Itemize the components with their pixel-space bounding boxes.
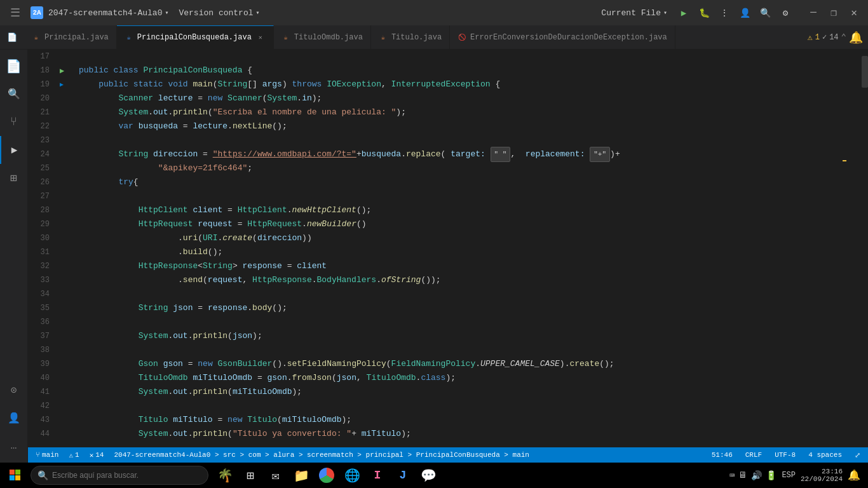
explorer-toggle-icon[interactable]: 📄 [0,25,24,49]
breadcrumb-status[interactable]: 2047-screenmatch4-Aula0 > src > com > al… [111,451,532,459]
expand-status-icon[interactable]: ⤢ [852,451,863,459]
taskbar-clock[interactable]: 23:16 22/09/2024 [801,468,843,483]
run-icon[interactable]: ▶ [677,6,690,19]
debug-run-icon[interactable]: 🐛 [698,6,710,19]
gutter: ▶ ▶ [60,50,74,447]
minimize-button[interactable]: ─ [804,4,822,22]
warning-status[interactable]: ⚠ 1 [66,451,81,459]
taskbar-edge-icon[interactable]: 🌐 [341,464,363,487]
tab-errorConversion[interactable]: 🚫 ErrorEnConversionDeDuracionDeException… [450,25,675,49]
taskbar-chrome-icon[interactable] [315,464,338,487]
gutter-32 [60,259,74,273]
line-num-19: 19 [33,78,50,92]
search-title-icon[interactable]: 🔍 [759,6,771,19]
network-icon[interactable]: 🖥 [738,470,747,480]
code-lines: public class PrincipalConBusqueda { publ… [74,50,859,447]
keyboard-icon[interactable]: ⌨ [729,470,735,481]
gutter-20 [60,92,74,105]
encoding[interactable]: UTF-8 [772,451,798,459]
close-button[interactable]: ✕ [845,4,863,22]
line-num-39: 39 [33,357,50,371]
scrollbar-area[interactable] [859,50,868,447]
debug-icon-19[interactable]: ▶ [60,81,64,88]
tab-icon-principal: ☕ [32,33,41,42]
tab-principalconbusqueda[interactable]: ☕ PrincipalConBusqueda.java ✕ [117,25,274,49]
more-options-icon[interactable]: ⋮ [718,6,731,19]
indentation[interactable]: 4 spaces [806,451,844,459]
language-indicator[interactable]: ESP [782,471,796,480]
taskbar-view-icon[interactable]: ⊞ [239,464,262,487]
notifications-icon[interactable]: 🔔 [849,30,863,44]
taskbar-right: ⌨ 🖥 🔊 🔋 ESP 23:16 22/09/2024 🔔 [729,468,865,483]
tab-titulo[interactable]: ☕ Titulo.java [371,25,450,49]
code-line-28: HttpClient client = HttpClient.newHttpCl… [79,203,821,217]
expand-icon[interactable]: ⌃ [841,32,846,43]
svg-rect-2 [10,475,15,480]
status-bar: ⑂ main ⚠ 1 ✕ 14 2047-screenmatch4-Aula0 … [28,447,868,463]
warning-count: 1 [815,33,820,42]
line-num-42: 42 [33,399,50,413]
line-ending[interactable]: CRLF [743,451,764,459]
taskbar-search-box[interactable]: 🔍 [31,466,208,485]
code-editor[interactable]: 17 18 19 20 21 22 23 24 25 26 27 28 29 3… [28,50,868,447]
project-name[interactable]: 2047-screenmatch4-Aula0 ▾ [48,8,168,18]
code-line-42 [79,399,821,413]
git-activity-icon[interactable]: ⑂ [0,108,28,136]
code-line-22: var busqueda = lecture.nextLine(); [79,119,821,133]
taskbar-files-icon[interactable]: 📁 [290,464,313,487]
gutter-22 [60,119,74,133]
title-bar: ☰ 2A 2047-screenmatch4-Aula0 ▾ Version c… [0,0,868,25]
search-activity-icon[interactable]: 🔍 [0,80,28,108]
tab-principal[interactable]: ☕ Principal.java [24,25,117,49]
hamburger-menu[interactable]: ☰ [5,3,25,23]
code-content: 17 18 19 20 21 22 23 24 25 26 27 28 29 3… [28,50,868,447]
battery-icon[interactable]: 🔋 [766,470,776,481]
line-num-27: 27 [33,189,50,203]
run-activity-icon[interactable]: ▶ [0,136,28,164]
taskbar-search-input[interactable] [52,471,201,480]
more-activity-icon[interactable]: … [0,432,28,460]
cursor-position[interactable]: 51:46 [709,451,735,459]
restore-button[interactable]: ❐ [825,4,843,22]
date-display: 22/09/2024 [801,475,843,483]
svg-rect-1 [15,470,20,475]
tab-label-tituloOmdb: TituloOmdb.java [294,33,363,42]
version-control-button[interactable]: Version control ▾ [179,8,259,18]
code-line-21: System.out.println("Escriba el nombre de… [79,105,821,119]
gutter-39 [60,357,74,371]
notification-icon[interactable]: 🔔 [848,469,860,482]
source-control-status[interactable]: ⑂ main [33,451,61,459]
line-num-20: 20 [33,92,50,105]
title-bar-right: ▶ 🐛 ⋮ 👤 🔍 ⚙ ─ ❐ ✕ [677,4,863,22]
error-badge[interactable]: ✓ 14 [822,32,839,42]
tab-close-principalconbusqueda[interactable]: ✕ [255,32,266,43]
tab-label-principalconbusqueda: PrincipalConBusqueda.java [137,33,252,42]
taskbar-jetbrains-icon[interactable]: J [391,464,414,487]
accounts-activity-icon[interactable]: 👤 [0,404,28,432]
tab-tituloOmdb[interactable]: ☕ TituloOmdb.java [274,25,371,49]
start-button[interactable] [3,463,28,488]
taskbar-chat-icon[interactable]: 💬 [417,464,440,487]
settings-icon[interactable]: ⚙ [779,6,792,19]
line-num-22: 22 [33,119,50,133]
gutter-36 [60,315,74,329]
taskbar-intellij-icon[interactable]: I [366,464,389,487]
taskbar-widgets-icon[interactable]: 🌴 [214,464,236,487]
extensions-activity-icon[interactable]: ⊞ [0,164,28,192]
warning-status-count: 1 [75,451,79,459]
warning-badge[interactable]: ⚠ 1 [808,32,820,43]
taskbar-mail-icon[interactable]: ✉ [264,464,287,487]
run-icon-18[interactable]: ▶ [60,66,64,76]
files-activity-icon[interactable]: 📄 [0,52,28,80]
current-file-button[interactable]: Current File ▾ [596,6,672,20]
error-status[interactable]: ✕ 14 [87,451,107,459]
gutter-19[interactable]: ▶ [60,78,74,92]
line-num-44: 44 [33,427,50,441]
remote-activity-icon[interactable]: ⊙ [0,376,28,404]
scrollbar-thumb[interactable] [862,56,868,88]
activity-bar: 📄 🔍 ⑂ ▶ ⊞ ⊙ 👤 … [0,50,28,463]
volume-icon[interactable]: 🔊 [751,470,762,481]
gutter-18[interactable]: ▶ [60,64,74,78]
accounts-icon[interactable]: 👤 [738,6,751,19]
editor-area: 17 18 19 20 21 22 23 24 25 26 27 28 29 3… [28,50,868,463]
